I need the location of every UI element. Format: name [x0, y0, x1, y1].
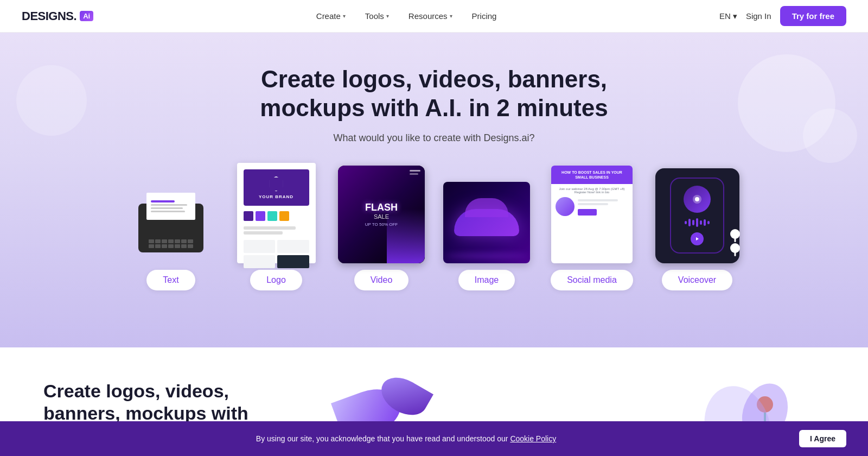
play-icon [694, 236, 700, 242]
wave-bar [704, 219, 706, 226]
nav-resources[interactable]: Resources ▾ [401, 7, 460, 25]
brand-label: YOUR BRAND [248, 194, 305, 199]
wave-bar [696, 218, 698, 227]
typewriter-illustration [133, 193, 209, 263]
discount-label: UP TO 50% OFF [365, 222, 398, 227]
key [168, 239, 174, 243]
logo-variant [244, 240, 276, 253]
key [175, 239, 180, 243]
paper-line [151, 207, 183, 209]
key [162, 239, 167, 243]
creation-cards: Text YOUR BRAND [11, 171, 857, 290]
svg-point-1 [695, 197, 699, 201]
nav-create[interactable]: Create ▾ [309, 7, 353, 25]
wave-bar [692, 220, 694, 225]
swatch [267, 211, 277, 221]
hex-shape [269, 176, 284, 192]
logo-illustration: YOUR BRAND [237, 163, 316, 263]
key [155, 239, 161, 243]
card-image-label[interactable]: Image [458, 270, 515, 290]
swatch [244, 211, 253, 221]
cookie-policy-link[interactable]: Cookie Policy [510, 434, 556, 443]
earbuds-illustration [730, 228, 744, 252]
card-voiceover-label[interactable]: Voiceover [662, 270, 732, 290]
logo[interactable]: DESIGNS. Ai [22, 9, 93, 23]
card-image-thumb [441, 171, 533, 263]
typewriter-keys [149, 239, 193, 248]
nav-links: Create ▾ Tools ▾ Resources ▾ Pricing [309, 7, 505, 25]
svg-marker-2 [696, 237, 699, 240]
typewriter-paper [146, 193, 195, 220]
chevron-down-icon: ▾ [733, 11, 737, 21]
social-content [556, 197, 628, 216]
card-image[interactable]: Image [441, 171, 533, 290]
key [149, 239, 154, 243]
card-text-label[interactable]: Text [146, 270, 195, 290]
card-video-image: FLASH SALE UP TO 50% OFF [335, 171, 427, 263]
text-line [244, 226, 296, 230]
chevron-down-icon: ▾ [450, 13, 452, 19]
wave-bar [707, 221, 710, 224]
card-voiceover[interactable]: Voiceover [651, 171, 743, 290]
nav-pricing[interactable]: Pricing [464, 7, 505, 25]
card-social-image: HOW TO BOOST SALES IN YOUR SMALL BUSINES… [546, 171, 638, 263]
navbar: DESIGNS. Ai Create ▾ Tools ▾ Resources ▾… [0, 0, 868, 33]
earbud [730, 243, 740, 253]
wave-bar [688, 219, 691, 226]
flash-sale-text: FLASH SALE UP TO 50% OFF [365, 202, 398, 227]
sign-in-link[interactable]: Sign In [746, 11, 771, 21]
social-illustration: HOW TO BOOST SALES IN YOUR SMALL BUSINES… [551, 166, 633, 263]
card-social[interactable]: HOW TO BOOST SALES IN YOUR SMALL BUSINES… [546, 171, 638, 290]
logo-text-lines [244, 226, 309, 235]
paper-line [151, 211, 185, 212]
card-video-label[interactable]: Video [354, 270, 409, 290]
cookie-text: By using our site, you acknowledge that … [22, 434, 790, 443]
flash-label: FLASH [365, 202, 398, 213]
key [188, 239, 193, 243]
logo-variant [277, 255, 309, 268]
play-button [691, 232, 704, 245]
color-swatches [244, 211, 309, 221]
cookie-agree-button[interactable]: I Agree [799, 430, 846, 447]
logo-variant [277, 240, 309, 253]
hero-section: Create logos, videos, banners, mockups w… [0, 33, 868, 347]
nav-right: EN ▾ Sign In Try for free [719, 6, 846, 26]
chevron-down-icon: ▾ [386, 13, 389, 19]
control-bar [410, 170, 420, 172]
paper-line [151, 204, 187, 206]
video-controls [410, 170, 420, 175]
vo-circle [684, 186, 711, 213]
social-avatar [556, 197, 575, 216]
social-text-lines [578, 199, 628, 216]
logo-grid [244, 240, 309, 268]
card-logo[interactable]: YOUR BRAND [230, 171, 322, 290]
swatch [279, 211, 289, 221]
key [181, 244, 187, 248]
language-selector[interactable]: EN ▾ [719, 11, 737, 21]
card-voiceover-image [651, 171, 743, 263]
card-video[interactable]: FLASH SALE UP TO 50% OFF Video [335, 171, 427, 290]
key [175, 244, 180, 248]
key [168, 244, 174, 248]
logo-header: YOUR BRAND [244, 169, 309, 206]
car-shape [454, 209, 519, 236]
social-title-text: HOW TO BOOST SALES IN YOUR SMALL BUSINES… [556, 170, 628, 180]
control-bar [410, 173, 418, 175]
card-text[interactable]: Text [125, 171, 217, 290]
avatar-image [556, 197, 575, 216]
key [181, 239, 187, 243]
hero-title: Create logos, videos, banners, mockups w… [222, 65, 646, 123]
card-logo-label[interactable]: Logo [250, 270, 302, 290]
card-text-image [125, 171, 217, 263]
cookie-banner: By using our site, you acknowledge that … [0, 421, 868, 456]
try-free-button[interactable]: Try for free [780, 6, 846, 26]
logo-ai: Ai [80, 11, 93, 21]
image-illustration [443, 182, 530, 263]
logo-text: DESIGNS. [22, 9, 76, 23]
nav-tools[interactable]: Tools ▾ [358, 7, 397, 25]
card-social-label[interactable]: Social media [551, 270, 633, 290]
social-header: HOW TO BOOST SALES IN YOUR SMALL BUSINES… [551, 166, 633, 184]
key [188, 244, 193, 248]
text-line [578, 199, 618, 201]
cta-button [578, 209, 597, 216]
